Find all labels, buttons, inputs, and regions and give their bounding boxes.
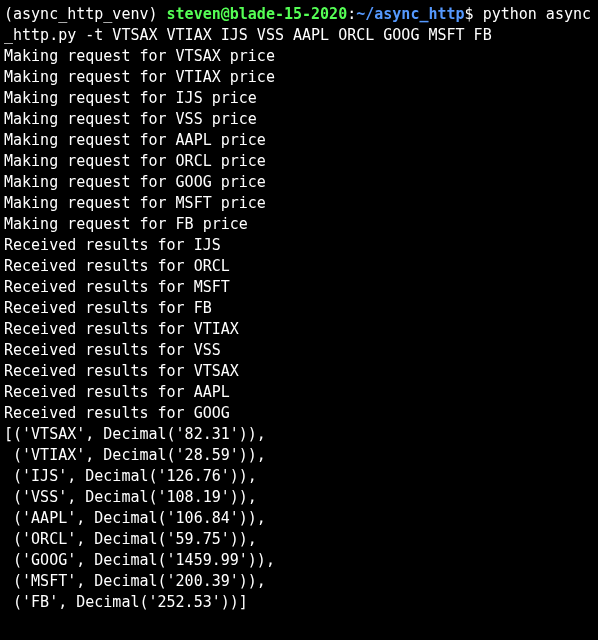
result-line: ('MSFT', Decimal('200.39')), bbox=[4, 571, 594, 592]
output-line: Making request for VSS price bbox=[4, 109, 594, 130]
cwd-path: ~/async_http bbox=[356, 5, 464, 23]
result-line: ('ORCL', Decimal('59.75')), bbox=[4, 529, 594, 550]
output-line: Received results for VSS bbox=[4, 340, 594, 361]
output-line: Making request for GOOG price bbox=[4, 172, 594, 193]
output-line: Making request for ORCL price bbox=[4, 151, 594, 172]
output-line: Received results for MSFT bbox=[4, 277, 594, 298]
output-line: Making request for AAPL price bbox=[4, 130, 594, 151]
result-line: ('VSS', Decimal('108.19')), bbox=[4, 487, 594, 508]
output-line: Received results for IJS bbox=[4, 235, 594, 256]
result-line: ('FB', Decimal('252.53'))] bbox=[4, 592, 594, 613]
result-line: ('VTIAX', Decimal('28.59')), bbox=[4, 445, 594, 466]
output-line: Received results for VTSAX bbox=[4, 361, 594, 382]
venv-indicator: (async_http_venv) bbox=[4, 5, 158, 23]
terminal-prompt-line[interactable]: (async_http_venv) steven@blade-15-2020:~… bbox=[4, 4, 594, 46]
output-line: Received results for AAPL bbox=[4, 382, 594, 403]
prompt-dollar: $ bbox=[465, 5, 474, 23]
output-line: Making request for VTIAX price bbox=[4, 67, 594, 88]
output-line: Received results for FB bbox=[4, 298, 594, 319]
result-line: [('VTSAX', Decimal('82.31')), bbox=[4, 424, 594, 445]
output-line: Received results for GOOG bbox=[4, 403, 594, 424]
result-line: ('IJS', Decimal('126.76')), bbox=[4, 466, 594, 487]
output-line: Making request for IJS price bbox=[4, 88, 594, 109]
result-line: ('AAPL', Decimal('106.84')), bbox=[4, 508, 594, 529]
output-line: Making request for FB price bbox=[4, 214, 594, 235]
prompt-colon: : bbox=[347, 5, 356, 23]
output-line: Making request for VTSAX price bbox=[4, 46, 594, 67]
output-line: Received results for VTIAX bbox=[4, 319, 594, 340]
user-host: steven@blade-15-2020 bbox=[167, 5, 348, 23]
output-line: Received results for ORCL bbox=[4, 256, 594, 277]
output-line: Making request for MSFT price bbox=[4, 193, 594, 214]
result-line: ('GOOG', Decimal('1459.99')), bbox=[4, 550, 594, 571]
